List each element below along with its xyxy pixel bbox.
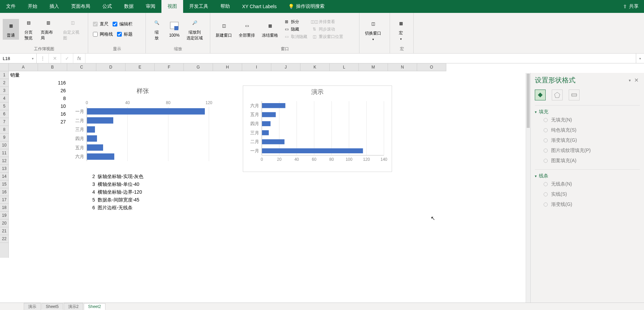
formula-input[interactable] xyxy=(85,54,636,63)
row-header-8[interactable]: 8 xyxy=(0,126,8,134)
col-header-O[interactable]: O xyxy=(417,63,446,71)
expand-formulabar-button[interactable]: ▾ xyxy=(636,54,644,63)
col-header-C[interactable]: C xyxy=(67,63,96,71)
row-header-11[interactable]: 11 xyxy=(0,149,8,157)
cell[interactable]: 8 xyxy=(38,95,67,102)
sheet-tab[interactable]: 演示 xyxy=(24,303,41,310)
effects-tab-icon[interactable] xyxy=(552,90,563,100)
column-headers[interactable]: ABCDEFGHIJKLMNO xyxy=(9,63,446,71)
col-header-B[interactable]: B xyxy=(38,63,67,71)
tab-data[interactable]: 数据 xyxy=(118,0,140,13)
panel-options-dropdown[interactable]: ▾ xyxy=(627,78,633,83)
name-box[interactable]: L18 ▾ xyxy=(0,54,37,63)
gridlines-checkbox[interactable]: 网格线 xyxy=(91,30,115,39)
row-header-5[interactable]: 5 xyxy=(0,102,8,110)
normal-view-button[interactable]: ▦ 普通 xyxy=(3,19,19,40)
custom-views-button[interactable]: ◫ 自定义视图 xyxy=(60,16,85,42)
chart-sample[interactable]: 样张 04080120一月二月三月四月五月六月 xyxy=(66,85,219,173)
scrollbar-thumb[interactable] xyxy=(527,74,530,128)
col-header-H[interactable]: H xyxy=(213,63,242,71)
cell[interactable]: 横轴坐标轴-单位-40 xyxy=(96,180,232,188)
formulabar-checkbox[interactable]: 编辑栏 xyxy=(111,20,135,28)
cell[interactable]: 26 xyxy=(38,87,67,95)
select-all-corner[interactable] xyxy=(0,63,9,71)
line-option[interactable]: 无线条(N) xyxy=(535,179,640,189)
fill-option[interactable]: 渐变填充(G) xyxy=(535,135,640,146)
cell[interactable]: 纵轴坐标轴-实现-灰色 xyxy=(96,173,232,180)
view-sidebyside-button[interactable]: ◫◫并排查看 xyxy=(310,18,345,25)
tab-pagelayout[interactable]: 页面布局 xyxy=(65,0,96,13)
tab-developer[interactable]: 开发工具 xyxy=(183,0,214,13)
zoom-button[interactable]: 🔍 缩 放 xyxy=(149,16,165,42)
switch-windows-button[interactable]: ◫切换窗口▾ xyxy=(362,17,384,42)
line-option[interactable]: 实线(S) xyxy=(535,189,640,199)
arrange-all-button[interactable]: ▭全部重排 xyxy=(236,19,258,40)
cell[interactable]: 横轴坐标轴-边界-120 xyxy=(96,188,232,196)
share-button[interactable]: ⇪ 共享 xyxy=(618,3,644,9)
tab-help[interactable]: 帮助 xyxy=(214,0,236,13)
row-header-22[interactable]: 22 xyxy=(0,235,8,243)
row-header-19[interactable]: 19 xyxy=(0,212,8,219)
macros-button[interactable]: ▦宏▾ xyxy=(393,17,409,42)
line-option[interactable]: 渐变线(G) xyxy=(535,199,640,210)
hide-button[interactable]: ▭隐藏 xyxy=(282,25,309,33)
row-header-20[interactable]: 20 xyxy=(0,219,8,227)
line-section-header[interactable]: 线条 xyxy=(535,173,640,179)
row-header-1[interactable]: 1 xyxy=(0,71,8,79)
split-button[interactable]: ⊞拆分 xyxy=(282,18,309,25)
cell[interactable]: 3 xyxy=(67,180,96,188)
cancel-edit-button[interactable]: ✕ xyxy=(49,54,61,63)
tab-xychartlabels[interactable]: XY Chart Labels xyxy=(236,0,283,13)
sheet-tab[interactable]: Sheet2 xyxy=(84,303,105,310)
row-header-12[interactable]: 12 xyxy=(0,157,8,165)
fill-option[interactable]: 纯色填充(S) xyxy=(535,125,640,135)
fill-line-tab-icon[interactable] xyxy=(535,90,546,100)
col-header-A[interactable]: A xyxy=(9,63,38,71)
cell[interactable]: 116 xyxy=(38,79,67,87)
sheet-tab[interactable]: Sheet5 xyxy=(41,303,63,310)
row-header-9[interactable]: 9 xyxy=(0,134,8,141)
headings-checkbox[interactable]: 标题 xyxy=(115,30,135,39)
size-tab-icon[interactable] xyxy=(569,90,580,100)
col-header-G[interactable]: G xyxy=(184,63,213,71)
cell[interactable]: 数据条-间隙宽度-45 xyxy=(96,196,232,204)
vertical-scrollbar[interactable] xyxy=(526,73,530,303)
row-header-16[interactable]: 16 xyxy=(0,188,8,196)
cell[interactable]: 4 xyxy=(67,188,96,196)
sheet-tab[interactable]: 演示2 xyxy=(64,303,83,310)
row-header-2[interactable]: 2 xyxy=(0,79,8,87)
zoom-100-button[interactable]: 100% xyxy=(166,19,182,39)
col-header-F[interactable]: F xyxy=(155,63,184,71)
sync-scroll-button[interactable]: ⇅同步滚动 xyxy=(310,25,345,33)
tab-review[interactable]: 审阅 xyxy=(140,0,161,13)
col-header-I[interactable]: I xyxy=(242,63,271,71)
cell[interactable]: 10 xyxy=(38,102,67,110)
freeze-panes-button[interactable]: ▦冻结窗格 xyxy=(259,19,281,40)
row-header-18[interactable]: 18 xyxy=(0,204,8,212)
tell-me-search[interactable]: 💡 操作说明搜索 xyxy=(283,3,330,9)
row-headers[interactable]: 12345678910111213141516171819202122 xyxy=(0,71,9,258)
tab-formulas[interactable]: 公式 xyxy=(96,0,118,13)
col-header-E[interactable]: E xyxy=(125,63,155,71)
row-header-7[interactable]: 7 xyxy=(0,118,8,126)
reset-window-pos-button[interactable]: ◫重设窗口位置 xyxy=(310,33,345,40)
cell[interactable]: 销量 xyxy=(9,71,21,79)
name-box-dropdown-icon[interactable]: ▾ xyxy=(32,57,34,60)
fill-option[interactable]: 图片或纹理填充(P) xyxy=(535,146,640,156)
chart-demo[interactable]: 演示 020406080100120140六月五月四月三月二月一月 xyxy=(243,85,392,172)
cell[interactable]: 图片边框-无线条 xyxy=(96,204,232,212)
confirm-edit-button[interactable]: ✓ xyxy=(61,54,73,63)
col-header-D[interactable]: D xyxy=(96,63,125,71)
cell[interactable]: 5 xyxy=(67,196,96,204)
fill-option[interactable]: 图案填充(A) xyxy=(535,156,640,166)
fx-button[interactable]: fx xyxy=(73,54,85,63)
row-header-14[interactable]: 14 xyxy=(0,173,8,180)
cell[interactable]: 16 xyxy=(38,110,67,118)
close-panel-button[interactable]: ✕ xyxy=(633,77,640,83)
pagelayout-view-button[interactable]: ▥ 页面布局 xyxy=(38,16,59,42)
fill-section-header[interactable]: 填充 xyxy=(535,109,640,115)
cell[interactable]: 27 xyxy=(38,118,67,126)
row-header-17[interactable]: 17 xyxy=(0,196,8,204)
col-header-N[interactable]: N xyxy=(388,63,417,71)
row-header-15[interactable]: 15 xyxy=(0,180,8,188)
